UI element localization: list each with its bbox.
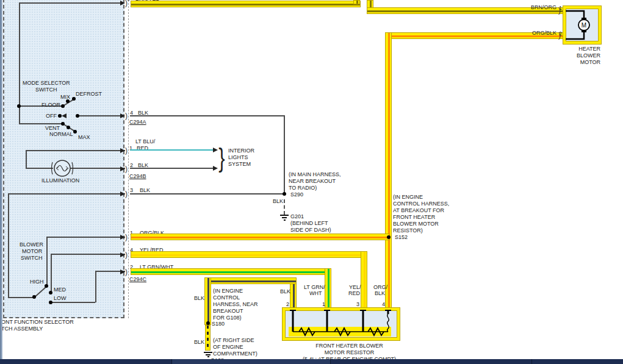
brace-icon: } — [218, 143, 225, 173]
taskbar[interactable] — [0, 359, 623, 364]
wire-segment — [51, 302, 95, 303]
resistor-pin4: 4 — [382, 301, 385, 307]
pin-arrow-icon — [120, 1, 125, 5]
g201-note2: SIDE OF DASH) — [290, 227, 331, 233]
wire-name: BLK — [140, 187, 150, 193]
wire-segment — [77, 115, 121, 116]
s290-id: S290 — [290, 191, 303, 198]
wire-segment — [8, 297, 34, 298]
window-left-edge — [0, 0, 2, 364]
motor-pin2-num: 2 — [559, 30, 562, 37]
wire-blk-resistor — [204, 277, 297, 284]
wire-lt-grn-wht-vertical — [325, 268, 331, 309]
pin-num: 3 — [130, 187, 133, 193]
connector-arc-icon: ) — [125, 147, 128, 154]
wiring-diagram-canvas: ONT FUNCTION SELECTOR TCH ASSEMBLY MODE … — [0, 0, 623, 364]
resistor-ltgrn-label1: LT GRN/ — [304, 284, 325, 290]
off-wiper-arrow-icon — [62, 113, 67, 118]
s290-wire-label: BLK — [273, 198, 283, 204]
s180-wire-label: BLK — [194, 295, 204, 301]
wire-segment — [130, 168, 213, 169]
wire-segment — [95, 271, 96, 302]
wire-segment — [26, 150, 125, 151]
s152-note2: CONTROL HARNESS, — [393, 201, 449, 207]
pin-arrow-icon — [120, 166, 125, 171]
blower-switch-title2: MOTOR — [22, 248, 42, 254]
s152-note1: (IN ENGINE — [393, 194, 423, 200]
g108-note3: COMPARTMENT) — [213, 351, 257, 357]
ground-symbol-g201 — [280, 215, 289, 216]
ground-bar — [206, 354, 211, 355]
interior-lights-line3: SYSTEM — [228, 161, 251, 167]
wire-blk-g108-dashed — [205, 325, 211, 351]
wire-org-blk-c294c — [131, 234, 389, 240]
s290-note1: (IN MAIN HARNESS, — [289, 171, 341, 177]
wire-segment — [130, 193, 284, 194]
wire-segment — [8, 193, 9, 298]
vent-contact-dot — [61, 122, 65, 126]
connector-name-c294b: C294B — [129, 173, 146, 179]
off-contact-dot — [58, 114, 62, 118]
g108-note1: (AT RIGHT SIDE — [213, 337, 254, 343]
pin-arrow-icon — [120, 148, 125, 153]
connector-arc-icon: ) — [125, 234, 128, 241]
ground-bar — [282, 217, 287, 218]
high-contact-dot — [45, 284, 48, 288]
motor-title1: HEATER — [549, 46, 600, 52]
floor-contact-dot — [61, 104, 65, 108]
wire-brn-yel-stub — [353, 0, 360, 4]
motor-symbol: M — [563, 6, 601, 44]
ground-bar — [284, 219, 286, 221]
resistor-yel-label2: RED — [348, 290, 360, 296]
resistor-title1: FRONT HEATER BLOWER — [287, 343, 412, 349]
taskbar-separator — [171, 359, 172, 364]
wire-segment — [8, 193, 125, 194]
pin-arrow-icon — [120, 113, 125, 118]
g201-id: G201 — [290, 213, 304, 219]
pin-arrow-icon — [120, 252, 125, 257]
wire-segment — [26, 150, 27, 169]
interior-lights-line1: INTERIOR — [228, 148, 254, 154]
med-contact-dot — [49, 291, 52, 294]
mode-switch-title1: MODE SELECTOR — [23, 80, 70, 86]
connector-dashed-line — [128, 0, 129, 318]
resistor-title2: MOTOR RESISTOR — [287, 349, 412, 355]
s180-note2: CONTROL — [213, 294, 240, 301]
low-contact-dot — [49, 301, 52, 304]
s152-note3: AT BREAKOUT FOR — [393, 207, 444, 213]
connector-arc-icon: ) — [125, 112, 128, 120]
wire-brn-yel — [131, 1, 361, 7]
wire-name: LT BLU/ — [135, 138, 155, 145]
taskbar-segment[interactable] — [171, 359, 330, 364]
illumination-label: ILLUMINATION — [41, 177, 79, 184]
s180-note4: BREAKOUT — [213, 308, 243, 314]
wire-segment — [70, 168, 125, 169]
dashed-ground-wire — [284, 199, 285, 215]
blower-med-label: MED — [54, 287, 66, 293]
ground-bar — [207, 356, 209, 357]
wire-segment — [130, 115, 284, 116]
mode-defrost-label: DEFROST — [76, 91, 102, 97]
mode-mix-label: MIX — [60, 94, 70, 100]
arrow-icon — [213, 148, 218, 152]
wire-segment — [46, 237, 125, 238]
motor-pin1-wire: BRN/ORG — [506, 4, 556, 10]
resistor-pin2: 2 — [286, 301, 289, 307]
blower-switch-title3: SWITCH — [21, 255, 43, 261]
s180-note1: (IN ENGINE — [213, 288, 243, 294]
wire-lt-grn-wht — [131, 268, 331, 275]
s290-note2: NEAR BREAKOUT — [289, 178, 336, 184]
wire-org-blk-vertical — [385, 32, 392, 309]
wire-segment — [19, 123, 63, 124]
taskbar-separator — [531, 359, 532, 364]
s180-id: S180 — [212, 321, 225, 327]
connector-arc-icon: ) — [125, 251, 128, 259]
wire-segment — [51, 254, 52, 293]
resistor-pin1: 1 — [322, 301, 325, 307]
mode-floor-label: FLOOR — [41, 102, 60, 108]
wire-yel-red — [131, 251, 367, 258]
wire-segment — [19, 2, 121, 4]
wire-segment — [51, 254, 125, 255]
pin-arrow-icon — [120, 269, 125, 274]
resistor-blk-label: BLK — [280, 288, 290, 294]
